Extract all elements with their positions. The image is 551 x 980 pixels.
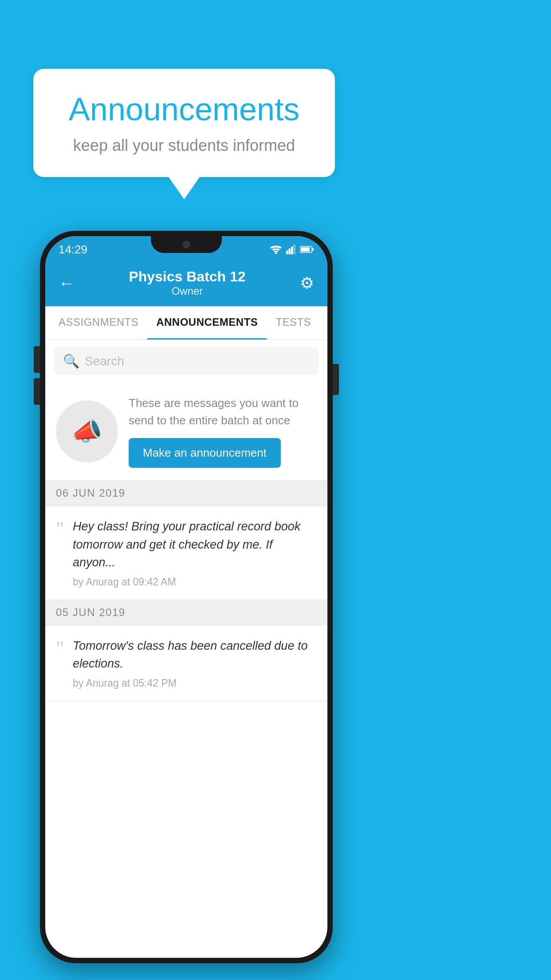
signal-icon (286, 245, 296, 254)
search-placeholder: Search (85, 354, 124, 368)
search-container: 🔍 Search (45, 340, 327, 382)
header-center: Physics Batch 12 Owner (129, 269, 245, 297)
megaphone-circle: 📣 (56, 400, 118, 462)
status-time: 14:29 (59, 243, 87, 257)
header-title: Physics Batch 12 (129, 269, 245, 285)
announcement-text-2: Tomorrow's class has been cancelled due … (73, 637, 317, 673)
announcement-content-1: Hey class! Bring your practical record b… (73, 518, 317, 588)
search-icon: 🔍 (63, 353, 79, 369)
date-separator-1: 06 JUN 2019 (45, 481, 327, 506)
speech-bubble-tail (169, 177, 200, 199)
tab-assignments[interactable]: ASSIGNMENTS (50, 306, 147, 340)
power-button[interactable] (333, 364, 339, 395)
phone-screen: 14:29 (45, 236, 327, 958)
svg-point-0 (275, 253, 277, 254)
tab-tests[interactable]: TESTS (267, 306, 320, 340)
right-side-buttons (333, 364, 339, 395)
volume-down-button[interactable] (34, 378, 40, 405)
quote-icon-1: " (56, 521, 64, 537)
phone-notch (151, 236, 222, 253)
svg-rect-2 (289, 249, 291, 254)
header-subtitle: Owner (129, 285, 245, 297)
announcement-item-1[interactable]: " Hey class! Bring your practical record… (45, 506, 327, 600)
battery-icon (300, 245, 314, 253)
volume-up-button[interactable] (34, 346, 40, 373)
announcement-meta-1: by Anurag at 09:42 AM (73, 576, 317, 588)
left-side-buttons (34, 346, 40, 405)
svg-rect-7 (301, 247, 310, 252)
svg-rect-1 (286, 250, 288, 254)
make-announcement-button[interactable]: Make an announcement (129, 438, 281, 468)
svg-rect-3 (291, 246, 293, 254)
promo-description: These are messages you want to send to t… (129, 395, 317, 429)
announcement-text-1: Hey class! Bring your practical record b… (73, 518, 317, 572)
date-separator-2: 05 JUN 2019 (45, 600, 327, 625)
announcement-item-2[interactable]: " Tomorrow's class has been cancelled du… (45, 625, 327, 701)
back-button[interactable]: ← (59, 274, 75, 292)
app-header: ← Physics Batch 12 Owner ⚙ (45, 261, 327, 306)
bubble-title: Announcements (60, 91, 308, 127)
search-bar[interactable]: 🔍 Search (54, 347, 319, 375)
speech-bubble: Announcements keep all your students inf… (33, 69, 335, 177)
announcement-content-2: Tomorrow's class has been cancelled due … (73, 637, 317, 689)
quote-icon-2: " (56, 640, 64, 656)
tabs-bar: ASSIGNMENTS ANNOUNCEMENTS TESTS (45, 306, 327, 340)
status-icons (270, 245, 314, 254)
bubble-subtitle: keep all your students informed (60, 136, 308, 155)
speech-bubble-container: Announcements keep all your students inf… (33, 69, 335, 199)
promo-block: 📣 These are messages you want to send to… (45, 382, 327, 481)
announcement-meta-2: by Anurag at 05:42 PM (73, 677, 317, 689)
svg-rect-6 (312, 248, 314, 251)
tab-announcements[interactable]: ANNOUNCEMENTS (147, 306, 267, 340)
phone-outer: 14:29 (40, 231, 333, 963)
promo-content: These are messages you want to send to t… (129, 395, 317, 468)
megaphone-icon: 📣 (71, 417, 102, 446)
front-camera (182, 241, 190, 249)
settings-icon[interactable]: ⚙ (300, 274, 314, 292)
phone-mockup: 14:29 (40, 231, 333, 963)
svg-rect-4 (294, 245, 295, 254)
wifi-icon (270, 245, 282, 254)
